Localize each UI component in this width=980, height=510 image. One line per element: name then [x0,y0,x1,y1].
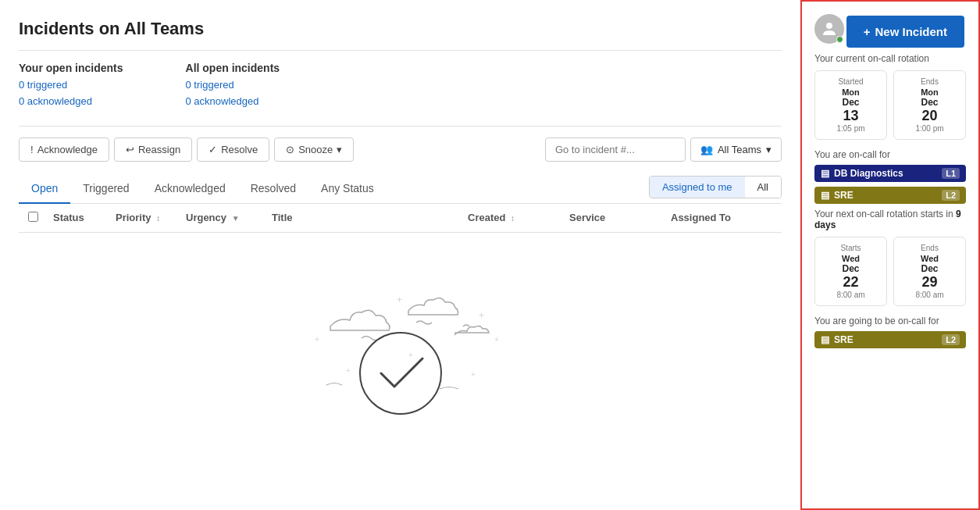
service-badge-sre-current[interactable]: ▤ SRE L2 [814,187,966,204]
svg-text:+: + [346,366,351,375]
avatar [814,14,844,44]
rotation-end-month: Dec [900,97,959,108]
empty-state: + + + + + + + [19,233,782,451]
db-service-icon: ▤ [821,168,829,179]
next-rotation-starts-label: Starts [821,244,880,252]
next-rotation-ends-label: Ends [900,244,959,252]
col-header-urgency[interactable]: Urgency ▼ [186,212,272,223]
reassign-button[interactable]: ↩ Reassign [114,137,192,162]
svg-text:+: + [397,294,402,305]
assignment-toggle: Assigned to me All [649,176,782,198]
tab-open[interactable]: Open [19,174,70,204]
service-badge-db-diagnostics[interactable]: ▤ DB Diagnostics L1 [814,165,966,182]
team-chevron-icon: ▾ [766,144,772,155]
rotation-start-date: 13 [821,108,880,124]
resolve-button[interactable]: ✓ Resolve [197,137,269,162]
status-tabs: Open Triggered Acknowledged Resolved Any… [19,174,649,203]
svg-text:+: + [471,370,476,379]
col-header-created[interactable]: Created ↕ [468,212,569,223]
all-triggered-link[interactable]: 0 triggered [186,77,280,94]
your-triggered-link[interactable]: 0 triggered [19,77,123,94]
next-rotation-end-time: 8:00 am [900,291,959,299]
tab-resolved[interactable]: Resolved [238,174,308,204]
svg-text:+: + [479,310,484,321]
summary-divider [19,126,782,127]
service-badge-sre-next[interactable]: ▤ SRE L2 [814,331,966,348]
resolve-icon: ✓ [208,144,217,155]
new-incident-fixed-wrapper: + New Incident [846,16,964,48]
rotation-start-day: Mon [821,87,880,97]
page-title: Incidents on All Teams [19,19,204,39]
db-service-level: L1 [942,168,960,179]
team-icon: 👥 [700,144,713,155]
created-sort-icon: ↕ [511,214,515,223]
next-rotation-card: Starts Wed Dec 22 8:00 am Ends Wed Dec 2… [814,237,966,306]
tab-acknowledged[interactable]: Acknowledged [142,174,238,204]
incident-number-input[interactable] [545,137,686,162]
rotation-end-day: Mon [900,87,959,97]
current-rotation-title: Your current on-call rotation [814,53,966,64]
incidents-summary: Your open incidents 0 triggered 0 acknow… [19,62,782,110]
col-header-title: Title [272,212,468,223]
col-header-service: Service [569,212,671,223]
col-header-priority: Priority ↕ [116,212,186,223]
tab-any-status[interactable]: Any Status [308,174,387,204]
priority-sort-icon: ↕ [156,214,160,223]
next-rotation-days: 9 days [814,209,961,230]
svg-text:+: + [408,351,413,359]
rotation-end-time: 1:00 pm [900,124,959,133]
all-acknowledged-link[interactable]: 0 acknowledged [186,94,280,110]
plus-icon: + [864,25,871,38]
rotation-start-block: Started Mon Dec 13 1:05 pm [814,70,887,140]
db-service-name: DB Diagnostics [834,168,903,179]
svg-text:+: + [315,335,319,344]
assigned-to-me-button[interactable]: Assigned to me [650,177,745,198]
sidebar: You're on-call Your current on-call rota… [800,0,980,510]
online-status-dot [836,36,843,43]
sre-next-level: L2 [942,334,960,345]
all-open-incidents: All open incidents 0 triggered 0 acknowl… [186,62,280,110]
tab-triggered[interactable]: Triggered [70,174,141,204]
snooze-button[interactable]: ⊙ Snooze ▾ [274,137,354,162]
col-header-status: Status [53,212,116,223]
next-rotation-start-month: Dec [821,263,880,274]
svg-point-8 [826,23,832,29]
acknowledge-icon: ! [30,144,34,155]
your-open-incidents: Your open incidents 0 triggered 0 acknow… [19,62,123,110]
sre-next-icon: ▤ [821,334,829,345]
table-header: Status Priority ↕ Urgency ▼ Title Create… [19,204,782,233]
new-incident-label: New Incident [875,25,947,38]
svg-text:+: + [494,335,499,344]
sre-next-name: SRE [834,334,853,345]
next-rotation-end-day: Wed [900,254,959,263]
current-rotation-card: Started Mon Dec 13 1:05 pm Ends Mon Dec … [814,70,966,140]
going-to-label: You are going to be on-call for [814,316,966,326]
sre-service-icon: ▤ [821,190,829,201]
rotation-start-month: Dec [821,97,880,108]
snooze-chevron-icon: ▾ [337,144,342,155]
select-all-checkbox[interactable] [28,212,38,222]
tabs-row: Open Triggered Acknowledged Resolved Any… [19,174,782,204]
rotation-started-label: Started [821,77,880,86]
reassign-icon: ↩ [126,144,134,155]
next-rotation-label: Your next on-call rotation starts in 9 d… [814,209,966,230]
col-header-assigned: Assigned To [671,212,772,223]
next-rotation-start-time: 8:00 am [821,291,880,299]
your-open-title: Your open incidents [19,62,123,74]
empty-illustration: + + + + + + + [283,264,518,420]
all-open-title: All open incidents [186,62,280,74]
your-acknowledged-link[interactable]: 0 acknowledged [19,94,123,110]
acknowledge-button[interactable]: ! Acknowledge [19,137,109,162]
next-rotation-start-block: Starts Wed Dec 22 8:00 am [814,237,887,306]
sre-service-name: SRE [834,190,853,201]
sre-service-level: L2 [942,190,960,201]
urgency-filter-icon: ▼ [232,214,240,223]
next-rotation-end-month: Dec [900,263,959,274]
new-incident-button[interactable]: + New Incident [846,16,964,48]
rotation-start-time: 1:05 pm [821,124,880,133]
team-select[interactable]: 👥 All Teams ▾ [690,137,782,162]
rotation-ends-label: Ends [900,77,959,86]
all-toggle-button[interactable]: All [745,177,781,198]
rotation-end-block: Ends Mon Dec 20 1:00 pm [893,70,966,140]
snooze-icon: ⊙ [286,144,294,155]
